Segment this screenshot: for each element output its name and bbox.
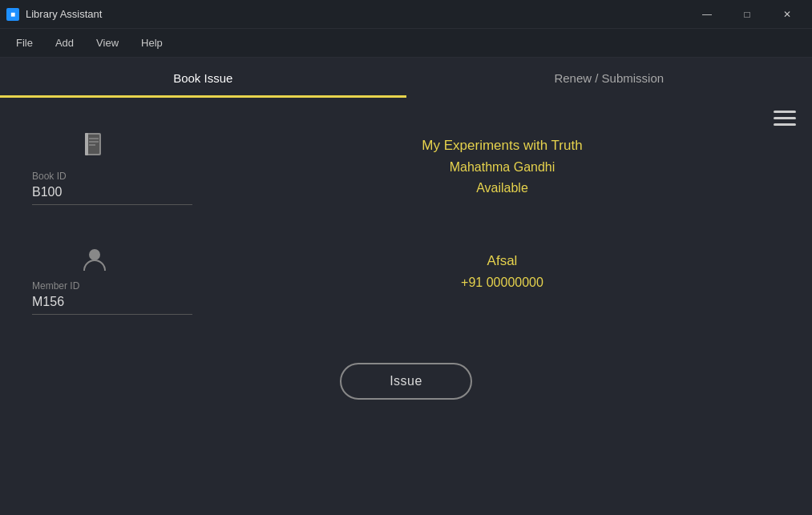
tab-bar: Book Issue Renew / Submission	[0, 58, 812, 98]
member-section: Member ID M156 Afsal +91 00000000	[32, 245, 780, 315]
title-bar-left: ■ Library Assistant	[6, 8, 102, 21]
app-icon: ■	[6, 8, 19, 21]
minimize-button[interactable]: —	[689, 2, 725, 27]
member-phone: +91 00000000	[461, 276, 543, 290]
book-id-label: Book ID	[32, 171, 224, 182]
book-icon	[80, 130, 224, 164]
svg-rect-2	[85, 133, 88, 155]
book-author: Mahathma Gandhi	[450, 160, 555, 175]
svg-point-6	[89, 249, 100, 260]
person-icon	[80, 245, 109, 274]
member-id-label: Member ID	[32, 280, 224, 292]
menu-add[interactable]: Add	[46, 34, 83, 52]
hamburger-line-3	[774, 123, 796, 126]
close-button[interactable]: ✕	[769, 2, 806, 27]
issue-btn-container: Issue	[32, 363, 780, 400]
tab-renew-submission[interactable]: Renew / Submission	[406, 58, 813, 98]
hamburger-line-2	[774, 117, 796, 119]
book-section: Book ID B100 My Experiments with Truth M…	[32, 130, 780, 205]
member-name: Afsal	[487, 253, 518, 269]
svg-rect-1	[87, 135, 99, 154]
menu-file[interactable]: File	[6, 34, 42, 52]
issue-button[interactable]: Issue	[340, 363, 472, 400]
member-field-group: Member ID M156	[32, 245, 224, 315]
member-info: Afsal +91 00000000	[224, 245, 780, 290]
book-id-value[interactable]: B100	[32, 185, 192, 205]
title-bar: ■ Library Assistant — □ ✕	[0, 0, 812, 29]
maximize-button[interactable]: □	[729, 2, 766, 27]
member-id-value[interactable]: M156	[32, 295, 192, 315]
window-controls: — □ ✕	[689, 2, 806, 27]
menu-view[interactable]: View	[87, 34, 128, 52]
content-area: Book ID B100 My Experiments with Truth M…	[0, 98, 812, 515]
book-info: My Experiments with Truth Mahathma Gandh…	[224, 130, 780, 195]
book-field-group: Book ID B100	[32, 130, 224, 205]
app-title: Library Assistant	[26, 8, 102, 20]
menu-bar: File Add View Help	[0, 29, 812, 58]
book-status: Available	[476, 181, 528, 195]
hamburger-menu[interactable]	[774, 111, 796, 126]
book-title: My Experiments with Truth	[422, 138, 582, 154]
tab-book-issue[interactable]: Book Issue	[0, 58, 406, 98]
menu-help[interactable]: Help	[131, 34, 172, 52]
hamburger-line-1	[774, 111, 796, 113]
